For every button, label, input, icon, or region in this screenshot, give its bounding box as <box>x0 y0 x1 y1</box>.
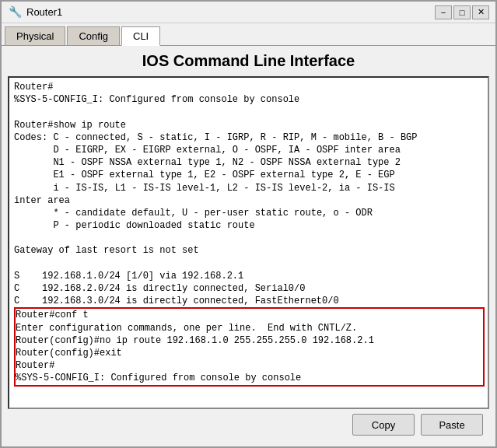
tab-cli[interactable]: CLI <box>121 26 160 46</box>
terminal-wrapper: Router# %SYS-5-CONFIG_I: Configured from… <box>8 76 489 409</box>
main-content: IOS Command Line Interface Router# %SYS-… <box>2 46 495 446</box>
terminal-line: Router# <box>14 81 485 93</box>
terminal-line: inter area <box>14 194 485 207</box>
terminal-line: i - IS-IS, L1 - IS-IS level-1, L2 - IS-I… <box>14 182 485 194</box>
terminal-line: P - periodic downloaded static route <box>14 219 485 232</box>
terminal-line: D - EIGRP, EX - EIGRP external, O - OSPF… <box>14 144 485 156</box>
terminal-line: %SYS-5-CONFIG_I: Configured from console… <box>14 93 485 106</box>
terminal-line <box>14 232 485 244</box>
tab-config[interactable]: Config <box>67 26 120 45</box>
minimize-button[interactable]: − <box>435 5 452 19</box>
button-bar: Copy Paste <box>8 409 489 440</box>
close-button[interactable]: ✕ <box>472 5 489 19</box>
highlighted-section: Router#conf t Enter configuration comman… <box>14 307 485 386</box>
terminal-line: Codes: C - connected, S - static, I - IG… <box>14 131 485 144</box>
terminal-cursor-line <box>14 387 485 399</box>
window-icon: 🔧 <box>8 5 22 19</box>
router1-window: 🔧 Router1 − □ ✕ Physical Config CLI IOS … <box>0 0 497 448</box>
terminal-output[interactable]: Router# %SYS-5-CONFIG_I: Configured from… <box>9 78 488 408</box>
terminal-line: Router#conf t <box>16 309 483 321</box>
terminal-line: %SYS-5-CONFIG_I: Configured from console… <box>16 372 483 384</box>
terminal-line: C 192.168.2.0/24 is directly connected, … <box>14 282 485 295</box>
terminal-line: Router(config)#no ip route 192.168.1.0 2… <box>16 334 483 347</box>
terminal-line: Router(config)#exit <box>16 347 483 359</box>
tab-physical[interactable]: Physical <box>5 26 65 45</box>
terminal-line: Router# <box>16 359 483 372</box>
terminal-line: C 192.168.3.0/24 is directly connected, … <box>14 295 485 307</box>
terminal-line <box>14 257 485 270</box>
terminal-line: Gateway of last resort is not set <box>14 244 485 257</box>
window-controls: − □ ✕ <box>435 5 489 19</box>
title-bar: 🔧 Router1 − □ ✕ <box>2 2 495 23</box>
window-title: Router1 <box>26 6 435 18</box>
paste-button[interactable]: Paste <box>421 414 483 436</box>
terminal-line: E1 - OSPF external type 1, E2 - OSPF ext… <box>14 169 485 181</box>
maximize-button[interactable]: □ <box>453 5 471 19</box>
tab-bar: Physical Config CLI <box>2 23 495 46</box>
terminal-line: S 192.168.1.0/24 [1/0] via 192.168.2.1 <box>14 270 485 282</box>
terminal-line: Enter configuration commands, one per li… <box>16 322 483 334</box>
terminal-line: N1 - OSPF NSSA external type 1, N2 - OSP… <box>14 156 485 169</box>
copy-button[interactable]: Copy <box>352 414 415 436</box>
terminal-line: * - candidate default, U - per-user stat… <box>14 207 485 219</box>
terminal-line: Router#show ip route <box>14 119 485 131</box>
terminal-line <box>14 106 485 118</box>
page-title: IOS Command Line Interface <box>8 52 489 70</box>
